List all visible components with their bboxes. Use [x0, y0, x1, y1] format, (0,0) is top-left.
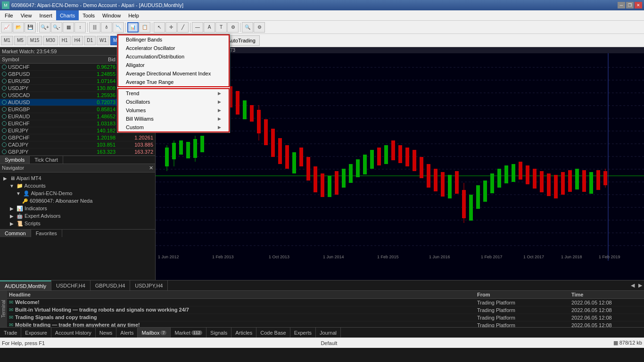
chart-tab-gbpusd-h4[interactable]: GBPUSD,H4 — [91, 280, 131, 290]
dropdown-item-volumes[interactable]: Volumes ▶ — [118, 106, 229, 115]
terminal-row-2[interactable]: ✉Built-in Virtual Hosting — trading robo… — [7, 306, 644, 314]
dropdown-item-atr[interactable]: Average True Range — [118, 78, 229, 86]
dropdown-item-trend[interactable]: Trend ▶ — [118, 89, 229, 98]
time-col: Time — [571, 292, 642, 297]
new-chart-btn[interactable]: 📈 — [1, 22, 12, 33]
tf-m15[interactable]: M15 — [27, 36, 42, 45]
svg-rect-52 — [278, 138, 282, 164]
tab-symbols[interactable]: Symbols — [0, 156, 30, 164]
indicators-btn[interactable]: 📊 — [127, 22, 139, 33]
chart-tab-usdchf-h4[interactable]: USDCHF,H4 — [51, 280, 91, 290]
svg-rect-72 — [420, 157, 423, 178]
nav-alpari-ecn[interactable]: ▼ 👤 Alpari-ECN-Demo — [15, 189, 153, 197]
template-btn[interactable]: 📋 — [139, 22, 150, 33]
dropdown-item-accelerator[interactable]: Accelerator Oscillator — [118, 44, 229, 52]
cursor-btn[interactable]: ↖ — [154, 22, 165, 33]
zoom-out-btn[interactable]: 🔍- — [51, 22, 62, 33]
candlestick-btn[interactable]: 🕯 — [101, 22, 112, 33]
mw-row-cadjpy[interactable]: CADJPY 103.851 103.885 — [0, 141, 155, 148]
terminal-row-3[interactable]: ✉Trading Signals and copy trading Tradin… — [7, 314, 644, 321]
svg-rect-45 — [236, 91, 239, 115]
tab-mailbox[interactable]: Mailbox7 — [138, 328, 171, 337]
search-btn[interactable]: 🔍 — [242, 22, 253, 33]
dropdown-item-alligator[interactable]: Alligator — [118, 61, 229, 69]
line-chart-btn[interactable]: 📉 — [113, 22, 124, 33]
tf-m5[interactable]: M5 — [14, 36, 26, 45]
restore-button[interactable]: ❐ — [626, 2, 634, 8]
tab-account-history[interactable]: Account History — [51, 328, 96, 337]
tab-code-base[interactable]: Code Base — [256, 328, 290, 337]
crosshair-btn[interactable]: ✛ — [165, 22, 177, 33]
close-button[interactable]: ✕ — [635, 2, 642, 8]
nav-accounts[interactable]: ▼ 📁 Accounts — [8, 182, 153, 189]
tab-trade[interactable]: Trade — [0, 328, 21, 337]
chart-tab-scroll-right[interactable]: ▶ — [636, 282, 644, 288]
tf-h4[interactable]: H4 — [72, 36, 83, 45]
tf-m1[interactable]: M1 — [1, 36, 13, 45]
chart-tab-usdjpy-h4[interactable]: USDJPY,H4 — [130, 280, 168, 290]
nav-scripts[interactable]: ▶ 📜 Scripts — [8, 220, 153, 227]
symbol-cadjpy: CADJPY — [2, 142, 78, 148]
mw-row-gbpchf[interactable]: GBPCHF 1.20198 1.20261 — [0, 134, 155, 141]
scroll-btn[interactable]: ↕ — [74, 22, 86, 33]
tab-experts[interactable]: Experts — [290, 328, 316, 337]
nav-expert-advisors[interactable]: ▶ 🤖 Expert Advisors — [8, 212, 153, 220]
tf-w1[interactable]: W1 — [97, 36, 109, 45]
menu-help[interactable]: Help — [124, 10, 143, 20]
menu-file[interactable]: File — [1, 10, 17, 20]
tab-articles[interactable]: Articles — [231, 328, 256, 337]
settings-btn[interactable]: ⚙ — [254, 22, 265, 33]
bid-cadjpy: 103.851 — [78, 142, 116, 148]
menu-view[interactable]: View — [17, 10, 36, 20]
nav-indicators[interactable]: ▶ 📊 Indicators — [8, 205, 153, 212]
zoom-in-btn[interactable]: 🔍+ — [39, 22, 50, 33]
tab-exposure[interactable]: Exposure — [21, 328, 51, 337]
nav-tab-common[interactable]: Common — [0, 230, 31, 237]
terminal-row-1[interactable]: ✉Welcome! Trading Platform 2022.06.05 12… — [7, 299, 644, 306]
svg-rect-87 — [519, 162, 522, 180]
navigator-title: Navigator — [2, 165, 24, 171]
label-btn[interactable]: T — [215, 22, 227, 33]
dropdown-item-oscillators[interactable]: Oscillators ▶ — [118, 98, 229, 106]
bar-chart-btn[interactable]: ||| — [89, 22, 100, 33]
mw-row-gbpjpy[interactable]: GBPJPY 163.323 163.372 — [0, 148, 155, 156]
bid-audusd: 0.72073 — [78, 99, 116, 105]
dropdown-item-bill-williams[interactable]: Bill Williams ▶ — [118, 115, 229, 123]
nav-tab-favorites[interactable]: Favorites — [31, 230, 62, 237]
menu-charts[interactable]: Charts — [56, 10, 79, 20]
text-btn[interactable]: A — [204, 22, 215, 33]
terminal-row-4[interactable]: ✉Mobile trading — trade from anywhere at… — [7, 321, 644, 327]
tf-h1[interactable]: H1 — [59, 36, 71, 45]
dropdown-item-bollinger[interactable]: Bollinger Bands — [118, 35, 229, 44]
dropdown-item-adx[interactable]: Average Directional Movement Index — [118, 69, 229, 78]
dropdown-item-accumulation[interactable]: Accumulation/Distribution — [118, 52, 229, 61]
chart-view-btn[interactable]: ▦ — [63, 22, 74, 33]
chart-tab-scroll-left[interactable]: ◀ — [629, 282, 636, 288]
open-btn[interactable]: 📂 — [13, 22, 24, 33]
tab-journal[interactable]: Journal — [316, 328, 341, 337]
menu-window[interactable]: Window — [99, 10, 124, 20]
menu-insert[interactable]: Insert — [35, 10, 56, 20]
navigator-close[interactable]: ✕ — [149, 165, 153, 171]
line-btn[interactable]: ╱ — [177, 22, 189, 33]
dropdown-item-custom[interactable]: Custom ▶ — [118, 123, 229, 132]
minimize-button[interactable]: ─ — [618, 2, 625, 8]
nav-alpari-mt4[interactable]: ▶ 🖥 Alpari MT4 — [2, 174, 153, 182]
envelope-icon-2: ✉ — [9, 307, 13, 313]
nav-account-id[interactable]: 🔑 60986047: Albonaser Neda — [22, 197, 153, 205]
message-1: ✉Welcome! — [9, 299, 477, 305]
tab-signals[interactable]: Signals — [206, 328, 231, 337]
objects-btn[interactable]: ⚙ — [227, 22, 239, 33]
tab-alerts[interactable]: Alerts — [116, 328, 138, 337]
tab-market[interactable]: Market112 — [171, 328, 206, 337]
tf-d1[interactable]: D1 — [84, 36, 96, 45]
chart-tab-audusd-monthly[interactable]: AUDUSD,Monthly — [0, 280, 51, 290]
tf-m30[interactable]: M30 — [43, 36, 58, 45]
nav-item-label: 60986047: Albonaser Neda — [30, 198, 92, 204]
menu-tools[interactable]: Tools — [79, 10, 99, 20]
save-btn[interactable]: 💾 — [25, 22, 36, 33]
tab-news[interactable]: News — [96, 328, 117, 337]
auto-trading-label: AutoTrading — [227, 38, 256, 43]
hline-btn[interactable]: — — [192, 22, 203, 33]
tab-tick-chart[interactable]: Tick Chart — [30, 156, 63, 164]
